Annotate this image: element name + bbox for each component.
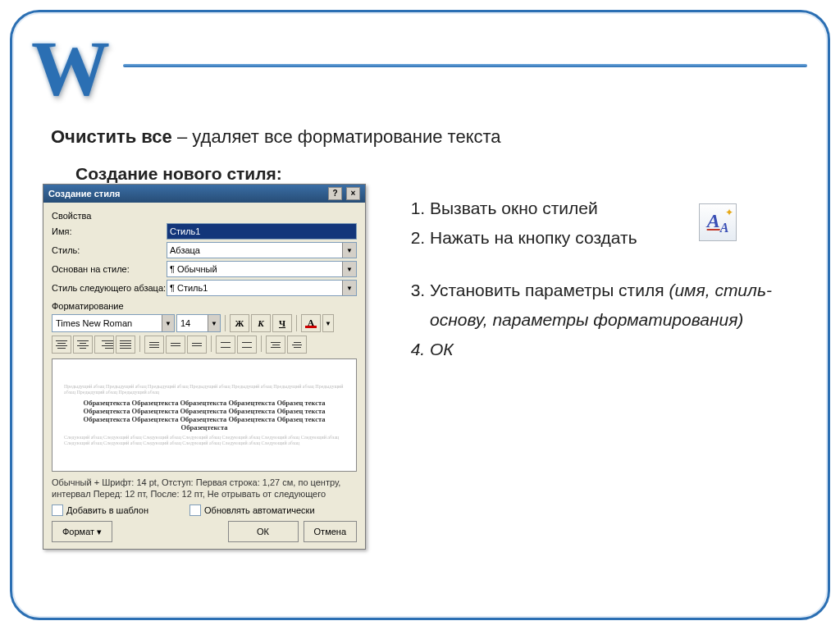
subtitle: Создание нового стиля: — [75, 164, 282, 184]
line-spacing-15-button[interactable] — [166, 336, 185, 354]
section-formatting: Форматирование — [52, 301, 357, 311]
chevron-down-icon: ▼ — [342, 281, 356, 295]
font-color-letter: A — [308, 319, 314, 326]
based-label: Основан на стиле: — [52, 264, 167, 274]
separator — [225, 315, 226, 331]
section-properties: Свойства — [52, 211, 357, 221]
align-right-button[interactable] — [94, 336, 114, 354]
separator — [261, 336, 262, 352]
font-select[interactable]: Times New Roman ▼ — [52, 314, 175, 332]
title-bold: Очистить все — [51, 126, 172, 147]
format-button[interactable]: Формат ▾ — [52, 521, 112, 542]
style-select[interactable]: Абзаца ▼ — [167, 242, 357, 258]
sparkle-icon: ✦ — [725, 207, 733, 218]
underline-button[interactable]: Ч — [272, 314, 292, 332]
increase-indent-button[interactable] — [287, 336, 307, 354]
next-select[interactable]: ¶ Стиль1 ▼ — [167, 280, 357, 296]
align-justify-button[interactable] — [116, 336, 135, 354]
step-3-main: Установить параметры стиля — [430, 281, 669, 299]
size-select[interactable]: 14 ▼ — [176, 314, 221, 332]
step-2: Нажать на кнопку создать — [430, 223, 791, 253]
style-value: Абзаца — [170, 245, 200, 255]
style-label: Стиль: — [52, 245, 167, 255]
chevron-down-icon: ▼ — [342, 243, 356, 258]
name-value: Стиль1 — [170, 226, 200, 236]
word-logo: W — [31, 23, 110, 114]
italic-button[interactable]: К — [251, 314, 271, 332]
line-spacing-2-button[interactable] — [187, 336, 207, 354]
line-spacing-1-button[interactable] — [144, 336, 164, 354]
align-center-button[interactable] — [73, 336, 93, 354]
header-divider — [123, 64, 807, 67]
help-button[interactable]: ? — [328, 187, 342, 200]
decrease-indent-button[interactable] — [266, 336, 285, 354]
style-preview: Предыдущий абзац Предыдущий абзац Предыд… — [52, 358, 357, 472]
next-label: Стиль следующего абзаца: — [52, 283, 167, 293]
font-color-swatch — [305, 326, 317, 328]
auto-update-label: Обновлять автоматически — [204, 505, 315, 515]
separator — [139, 336, 140, 352]
paragraph-toolbar — [52, 336, 357, 354]
next-value: ¶ Стиль1 — [170, 283, 208, 293]
separator — [296, 315, 297, 331]
new-style-icon[interactable]: AA ✦ — [699, 203, 737, 241]
ok-button[interactable]: ОК — [228, 521, 299, 542]
title-rest: – удаляет все форматирование текста — [172, 126, 501, 147]
preview-sample-text: Образецтекста Образецтекста Образецтекст… — [64, 399, 345, 431]
auto-update-checkbox[interactable]: Обновлять автоматически — [189, 504, 315, 516]
dialog-titlebar: Создание стиля ? × — [43, 185, 365, 203]
preview-prev-para: Предыдущий абзац Предыдущий абзац Предыд… — [64, 384, 345, 395]
preview-next-para: Следующий абзац Следующий абзац Следующи… — [64, 435, 345, 446]
based-value: ¶ Обычный — [170, 264, 217, 274]
name-input[interactable]: Стиль1 — [167, 223, 357, 240]
space-after-button[interactable] — [237, 336, 257, 354]
chevron-down-icon: ▼ — [342, 262, 356, 276]
chevron-down-icon[interactable]: ▼ — [322, 314, 334, 332]
add-to-template-checkbox[interactable]: Добавить в шаблон — [52, 504, 148, 516]
align-left-button[interactable] — [52, 336, 71, 354]
font-value: Times New Roman — [56, 318, 132, 328]
name-label: Имя: — [52, 226, 167, 236]
chevron-down-icon: ▼ — [208, 315, 220, 331]
title-line: Очистить все – удаляет все форматировани… — [51, 126, 791, 148]
style-description: Обычный + Шрифт: 14 pt, Отступ: Первая с… — [52, 477, 357, 500]
size-value: 14 — [180, 318, 190, 328]
close-button[interactable]: × — [346, 187, 360, 200]
step-3: Установить параметры стиля (имя, стиль-о… — [430, 276, 791, 335]
step-1: Вызвать окно стилей — [430, 194, 791, 223]
chevron-down-icon: ▼ — [162, 315, 174, 331]
font-color-button[interactable]: A — [301, 314, 321, 332]
checkbox-box — [189, 504, 201, 516]
bold-button[interactable]: Ж — [230, 314, 249, 332]
separator — [211, 336, 212, 352]
format-toolbar: Times New Roman ▼ 14 ▼ Ж К Ч A ▼ — [52, 314, 357, 332]
step-4: ОК — [430, 335, 791, 364]
add-to-template-label: Добавить в шаблон — [66, 505, 148, 515]
checkbox-box — [52, 504, 63, 516]
cancel-button[interactable]: Отмена — [304, 521, 357, 542]
dialog-title-text: Создание стиля — [48, 189, 120, 199]
create-style-dialog: Создание стиля ? × Свойства Имя: Стиль1 … — [43, 184, 366, 550]
space-before-button[interactable] — [216, 336, 235, 354]
based-select[interactable]: ¶ Обычный ▼ — [167, 261, 357, 277]
